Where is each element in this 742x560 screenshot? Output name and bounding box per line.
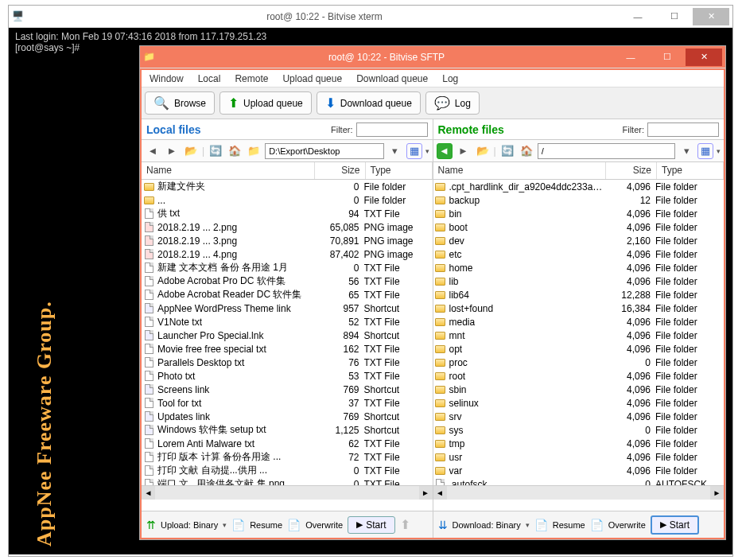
sftp-titlebar[interactable]: 📁 root@ 10:22 - Bitvise SFTP — ☐ ✕ bbox=[140, 46, 725, 68]
browse-button[interactable]: 🔍Browse bbox=[145, 91, 215, 115]
local-file-list[interactable]: 新建文件夹0File folder...0File folder供 txt94T… bbox=[142, 180, 433, 485]
col-name[interactable]: Name bbox=[142, 162, 315, 179]
local-hscroll[interactable]: ◄► bbox=[142, 485, 433, 499]
remote-back-button[interactable]: ◄ bbox=[437, 143, 453, 159]
file-row[interactable]: lib4,096File folder bbox=[433, 274, 725, 288]
file-row[interactable]: tmp4,096File folder bbox=[433, 437, 725, 450]
file-row[interactable]: Updates link769Shortcut bbox=[142, 410, 433, 423]
xterm-max-button[interactable]: ☐ bbox=[656, 8, 693, 25]
upload-mode-label[interactable]: Upload: Binary bbox=[161, 520, 218, 530]
download-overwrite[interactable]: Overwrite bbox=[608, 520, 646, 530]
remote-up-button[interactable]: 📂 bbox=[475, 143, 491, 159]
file-row[interactable]: 2018.2.19 ... 4.png87,402PNG image bbox=[142, 247, 433, 261]
file-row[interactable]: boot4,096File folder bbox=[433, 220, 725, 234]
file-row[interactable]: 新建 文本文档 备份 各用途 1月0TXT File bbox=[142, 261, 433, 274]
sftp-min-button[interactable]: — bbox=[612, 49, 649, 66]
col-size[interactable]: Size bbox=[606, 162, 657, 179]
menu-download-queue[interactable]: Download queue bbox=[356, 73, 428, 84]
file-row[interactable]: lost+found16,384File folder bbox=[433, 301, 725, 315]
local-filter-input[interactable] bbox=[356, 122, 428, 137]
file-row[interactable]: Lorem Anti Malware txt62TXT File bbox=[142, 437, 433, 450]
file-row[interactable]: Tool for txt37TXT File bbox=[142, 396, 433, 410]
upload-overwrite[interactable]: Overwrite bbox=[305, 520, 343, 530]
menu-upload-queue[interactable]: Upload queue bbox=[282, 73, 342, 84]
local-path-dropdown[interactable]: ▾ bbox=[387, 143, 403, 159]
file-row[interactable]: srv4,096File folder bbox=[433, 410, 725, 423]
file-row[interactable]: Photo txt53TXT File bbox=[142, 369, 433, 383]
local-path-input[interactable] bbox=[265, 143, 383, 159]
log-button[interactable]: 💬Log bbox=[425, 91, 480, 115]
file-row[interactable]: 新建文件夹0File folder bbox=[142, 180, 433, 193]
local-fwd-button[interactable]: ► bbox=[164, 143, 180, 159]
remote-home-button[interactable]: 🏠 bbox=[519, 143, 534, 159]
download-mode-label[interactable]: Download: Binary bbox=[453, 520, 521, 530]
file-row[interactable]: 2018.2.19 ... 2.png65,085PNG image bbox=[142, 220, 433, 234]
menu-remote[interactable]: Remote bbox=[235, 73, 268, 84]
file-row[interactable]: 打印 版本 计算 备份各用途 ...72TXT File bbox=[142, 450, 433, 464]
remote-file-list[interactable]: .cpt_hardlink_dir_a920e4ddc233af…4,096Fi… bbox=[433, 180, 725, 485]
remote-filter-input[interactable] bbox=[647, 122, 719, 137]
file-row[interactable]: lib6412,288File folder bbox=[433, 288, 725, 301]
file-row[interactable]: bin4,096File folder bbox=[433, 207, 725, 220]
file-row[interactable]: mnt4,096File folder bbox=[433, 329, 725, 342]
download-start-button[interactable]: ▶ Start bbox=[651, 515, 699, 535]
file-row[interactable]: .cpt_hardlink_dir_a920e4ddc233af…4,096Fi… bbox=[433, 180, 725, 193]
xterm-close-button[interactable]: ✕ bbox=[693, 8, 729, 25]
menu-log[interactable]: Log bbox=[442, 73, 458, 84]
upload-start-button[interactable]: ▶ Start bbox=[348, 516, 394, 534]
col-type[interactable]: Type bbox=[366, 162, 433, 179]
download-queue-button[interactable]: ⬇Download queue bbox=[317, 91, 421, 115]
file-row[interactable]: Adobe Acrobat Reader DC 软件集65TXT File bbox=[142, 288, 433, 301]
file-row[interactable]: Windows 软件集 setup txt1,125Shortcut bbox=[142, 423, 433, 437]
local-newfolder-button[interactable]: 📁 bbox=[246, 143, 262, 159]
upload-queue-button[interactable]: ⬆Upload queue bbox=[219, 91, 312, 115]
file-row[interactable]: opt4,096File folder bbox=[433, 342, 725, 356]
file-row[interactable]: 供 txt94TXT File bbox=[142, 207, 433, 220]
col-size[interactable]: Size bbox=[315, 162, 366, 179]
local-refresh-button[interactable]: 🔄 bbox=[208, 143, 223, 159]
file-row[interactable]: Screens link769Shortcut bbox=[142, 383, 433, 396]
file-row[interactable]: selinux4,096File folder bbox=[433, 396, 725, 410]
file-row[interactable]: 端口 文 ..用途供各文献 集 png0TXT File bbox=[142, 477, 433, 485]
file-row[interactable]: .autofsck0AUTOFSCK bbox=[433, 477, 725, 485]
file-row[interactable]: root4,096File folder bbox=[433, 369, 725, 383]
file-row[interactable]: V1Note txt52TXT File bbox=[142, 315, 433, 329]
file-row[interactable]: Movie free free special txt162TXT File bbox=[142, 342, 433, 356]
file-row[interactable]: usr4,096File folder bbox=[433, 450, 725, 464]
xterm-titlebar[interactable]: 🖥️ root@ 10:22 - Bitvise xterm — ☐ ✕ bbox=[9, 6, 732, 28]
sftp-close-button[interactable]: ✕ bbox=[686, 49, 722, 66]
file-row[interactable]: Parallels Desktop txt76TXT File bbox=[142, 356, 433, 369]
menu-local[interactable]: Local bbox=[198, 73, 221, 84]
sftp-max-button[interactable]: ☐ bbox=[649, 49, 686, 66]
file-row[interactable]: ...0File folder bbox=[142, 193, 433, 207]
file-row[interactable]: Adobe Acrobat Pro DC 软件集56TXT File bbox=[142, 274, 433, 288]
local-home-button[interactable]: 🏠 bbox=[227, 143, 243, 159]
remote-path-input[interactable] bbox=[538, 143, 675, 159]
remote-fwd-button[interactable]: ► bbox=[456, 143, 472, 159]
local-back-button[interactable]: ◄ bbox=[145, 143, 161, 159]
file-row[interactable]: var4,096File folder bbox=[433, 464, 725, 477]
file-row[interactable]: Launcher Pro Special.lnk894Shortcut bbox=[142, 329, 433, 342]
xterm-min-button[interactable]: — bbox=[620, 8, 656, 25]
remote-hscroll[interactable]: ◄► bbox=[433, 485, 725, 499]
file-row[interactable]: media4,096File folder bbox=[433, 315, 725, 329]
file-row[interactable]: AppNee WordPress Theme link957Shortcut bbox=[142, 301, 433, 315]
file-row[interactable]: 打印 文献 自动提...供用 ...0TXT File bbox=[142, 464, 433, 477]
file-row[interactable]: proc0File folder bbox=[433, 356, 725, 369]
file-row[interactable]: sys0File folder bbox=[433, 423, 725, 437]
col-type[interactable]: Type bbox=[657, 162, 724, 179]
file-row[interactable]: etc4,096File folder bbox=[433, 247, 725, 261]
file-row[interactable]: home4,096File folder bbox=[433, 261, 725, 274]
download-resume[interactable]: Resume bbox=[553, 520, 585, 530]
menu-window[interactable]: Window bbox=[150, 73, 184, 84]
col-name[interactable]: Name bbox=[433, 162, 607, 179]
upload-resume[interactable]: Resume bbox=[250, 520, 282, 530]
local-view-button[interactable]: ▦ bbox=[406, 143, 422, 159]
file-row[interactable]: 2018.2.19 ... 3.png70,891PNG image bbox=[142, 234, 433, 247]
file-row[interactable]: sbin4,096File folder bbox=[433, 383, 725, 396]
local-up-button[interactable]: 📂 bbox=[183, 143, 199, 159]
file-row[interactable]: backup12File folder bbox=[433, 193, 725, 207]
remote-view-button[interactable]: ▦ bbox=[697, 143, 713, 159]
file-row[interactable]: dev2,160File folder bbox=[433, 234, 725, 247]
remote-path-dropdown[interactable]: ▾ bbox=[678, 143, 694, 159]
